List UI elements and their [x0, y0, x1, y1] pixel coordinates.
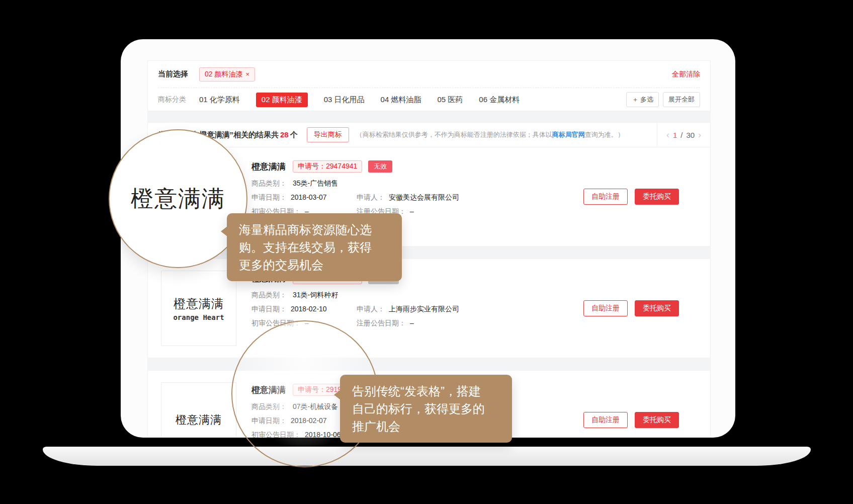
selected-filter-tag[interactable]: 02 颜料油漆 ×	[199, 67, 255, 81]
category-row: 商标分类 01 化学原料 02 颜料油漆 03 日化用品 04 燃料油脂 05 …	[148, 88, 710, 111]
results-count: 28	[280, 130, 289, 139]
prev-page-icon[interactable]: ‹	[666, 130, 669, 139]
export-trademark-button[interactable]: 导出商标	[307, 127, 349, 142]
tag-close-icon[interactable]: ×	[245, 70, 249, 78]
field-value: 2018-03-07	[291, 193, 327, 201]
tooltip-promotion: 告别传统“发表格”，搭建 自己的标行，获得更多的 推广机会	[340, 375, 512, 443]
filter-panel: 当前选择 02 颜料油漆 × 全部清除 商标分类 01 化学原料 02 颜料油漆…	[147, 60, 711, 111]
page-total: 30	[686, 131, 695, 139]
entrust-purchase-button[interactable]: 委托购买	[635, 412, 679, 428]
laptop-base	[43, 447, 811, 466]
field-label: 申请日期：	[251, 193, 287, 201]
thumbnail-subtext: orange Heart	[173, 313, 224, 321]
page-divider: /	[680, 131, 683, 139]
pagination: ‹ 1 / 30 ›	[657, 123, 710, 147]
field-value: 上海雨步实业有限公司	[389, 305, 459, 313]
results-summary-suffix: 个	[290, 130, 298, 139]
trademark-title: 橙意满满	[251, 161, 286, 173]
magnified-trademark-text: 橙意满满	[131, 184, 225, 214]
tooltip-arrow-icon	[221, 226, 227, 236]
field-label: 申请人：	[357, 305, 385, 313]
field-label: 注册公告日期：	[357, 319, 406, 327]
current-selection-label: 当前选择	[158, 69, 188, 79]
trademark-thumbnail[interactable]: 橙意满满	[161, 382, 236, 438]
category-item-03[interactable]: 03 日化用品	[324, 95, 365, 105]
category-item-02-selected[interactable]: 02 颜料油漆	[256, 93, 308, 107]
self-register-button[interactable]: 自助注册	[583, 189, 628, 205]
category-item-06[interactable]: 06 金属材料	[479, 95, 520, 105]
row-actions: 自助注册 委托购买	[583, 412, 679, 428]
current-selection-row: 当前选择 02 颜料油漆 × 全部清除	[148, 61, 710, 88]
field-value: –	[410, 319, 414, 327]
multi-select-button[interactable]: ＋ 多选	[626, 92, 659, 107]
row-actions: 自助注册 委托购买	[583, 189, 679, 205]
field-label: 申请日期：	[251, 305, 287, 313]
disclaimer-post: 查询为准。）	[585, 131, 624, 138]
disclaimer: （商标检索结果仅供参考，不作为商标能否注册的法律依据；具体以商标局官网查询为准。…	[356, 130, 657, 139]
self-register-button[interactable]: 自助注册	[583, 412, 628, 428]
clear-all-link[interactable]: 全部清除	[672, 70, 700, 79]
category-item-05[interactable]: 05 医药	[437, 95, 463, 105]
self-register-button[interactable]: 自助注册	[583, 300, 628, 316]
application-number-tag: 申请号：29474941	[293, 160, 362, 173]
results-header: 为您检索到“橙意满满”相关的结果共28个 导出商标 （商标检索结果仅供参考，不作…	[148, 123, 710, 147]
thumbnail-text: 橙意满满	[176, 412, 222, 428]
category-actions: ＋ 多选 展开全部	[626, 92, 700, 107]
disclaimer-pre: （商标检索结果仅供参考，不作为商标能否注册的法律依据；具体以	[356, 131, 552, 138]
field-label: 申请人：	[357, 193, 385, 201]
thumbnail-text: 橙意满满	[174, 296, 224, 312]
entrust-purchase-button[interactable]: 委托购买	[635, 189, 679, 205]
panel-gap	[147, 111, 711, 122]
field-value: 35类-广告销售	[293, 179, 338, 187]
stage: 当前选择 02 颜料油漆 × 全部清除 商标分类 01 化学原料 02 颜料油漆…	[0, 0, 853, 504]
status-badge: 无效	[368, 160, 392, 173]
field-value: –	[410, 207, 414, 215]
trademark-thumbnail[interactable]: 橙意满满 orange Heart	[161, 271, 236, 346]
field-value: 安徽美达会展有限公司	[389, 193, 459, 201]
row-actions: 自助注册 委托购买	[583, 300, 679, 316]
category-item-01[interactable]: 01 化学原料	[199, 95, 240, 105]
page-current: 1	[673, 131, 677, 139]
tooltip-marketplace: 海量精品商标资源随心选 购。支持在线交易，获得 更多的交易机会	[227, 213, 402, 281]
category-item-04[interactable]: 04 燃料油脂	[381, 95, 421, 105]
field-value: 2018-02-10	[291, 305, 327, 313]
field-label: 商品类别：	[251, 291, 287, 299]
field-value: 31类-饲料种籽	[293, 291, 338, 299]
selected-filter-tag-text: 02 颜料油漆	[205, 70, 242, 79]
category-label: 商标分类	[158, 95, 186, 104]
next-page-icon[interactable]: ›	[698, 130, 701, 139]
expand-all-button[interactable]: 展开全部	[663, 92, 700, 107]
official-site-link[interactable]: 商标局官网	[552, 131, 585, 138]
entrust-purchase-button[interactable]: 委托购买	[635, 300, 679, 316]
tooltip-arrow-icon	[334, 390, 340, 400]
field-label: 商品类别：	[251, 179, 287, 187]
